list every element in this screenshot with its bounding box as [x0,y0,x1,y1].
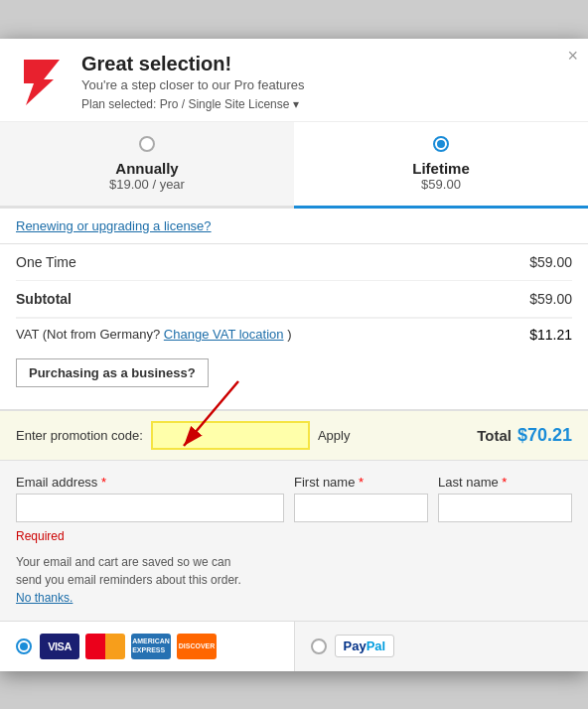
order-row-onetime: One Time $59.00 [16,244,572,281]
tab-annually[interactable]: Annually $19.00 / year [0,122,294,206]
visa-logo: VISA [40,634,79,659]
card-radio [16,638,32,654]
card-logos: VISA AMERICANEXPRESS DISCOVER [40,634,217,659]
plan-tabs: Annually $19.00 / year Lifetime $59.00 [0,122,588,209]
mastercard-logo [85,634,125,659]
email-required-marker: * [101,475,106,490]
promo-input[interactable] [151,421,310,450]
amex-logo: AMERICANEXPRESS [131,634,171,659]
annually-label: Annually [10,160,284,177]
paypal-radio [311,638,327,654]
tab-lifetime[interactable]: Lifetime $59.00 [294,122,588,209]
order-section: One Time $59.00 Subtotal $59.00 VAT (Not… [0,244,588,410]
plan-selector[interactable]: Plan selected: Pro / Single Site License… [81,97,299,111]
lastname-group: Last name * [438,475,572,522]
subtotal-label: Subtotal [16,291,72,307]
firstname-label: First name * [294,475,428,490]
email-label: Email address * [16,475,284,490]
promo-total-row: Enter promotion code: Apply Total $70.21 [16,421,572,450]
annually-radio [139,136,155,152]
lifetime-radio [433,136,449,152]
lastname-label: Last name * [438,475,572,490]
firstname-required-marker: * [359,475,364,490]
discover-logo: DISCOVER [177,634,217,659]
annually-price: $19.00 / year [10,177,284,192]
vat-amount: $11.21 [529,327,572,343]
firstname-input[interactable] [294,494,428,522]
total-amount: $70.21 [517,425,572,446]
change-vat-link[interactable]: Change VAT location [164,327,284,342]
subtotal-amount: $59.00 [529,291,572,307]
paypal-logo: PayPal [335,635,395,657]
promo-input-group: Enter promotion code: Apply [16,421,350,450]
form-section: Email address * Required First name * La… [0,461,588,621]
vat-row: VAT (Not from Germany? Change VAT locati… [16,318,572,351]
firstname-group: First name * [294,475,428,522]
promo-section: Enter promotion code: Apply Total $70.21 [0,410,588,461]
header-subtitle: You're a step closer to our Pro features [81,77,305,92]
promo-label: Enter promotion code: [16,428,143,443]
apply-button[interactable]: Apply [318,428,351,443]
close-button[interactable]: × [567,47,578,65]
lastname-input[interactable] [438,494,572,522]
lifetime-label: Lifetime [304,160,578,177]
payment-section: VISA AMERICANEXPRESS DISCOVER PayPal [0,621,588,671]
lastname-required-marker: * [502,475,507,490]
card-payment-option[interactable]: VISA AMERICANEXPRESS DISCOVER [0,622,294,671]
lifetime-price: $59.00 [304,177,578,192]
onetime-amount: $59.00 [529,254,572,270]
renew-link[interactable]: Renewing or upgrading a license? [16,218,212,233]
email-input[interactable] [16,494,284,522]
order-row-subtotal: Subtotal $59.00 [16,281,572,318]
checkout-modal: × Great selection! You're a step closer … [0,39,588,671]
modal-header: Great selection! You're a step closer to… [0,39,588,122]
vat-label: VAT (Not from Germany? Change VAT locati… [16,327,292,342]
header-text: Great selection! You're a step closer to… [81,53,305,111]
business-button[interactable]: Purchasing as a business? [16,358,209,387]
required-text: Required [16,529,284,543]
paypal-payment-option[interactable]: PayPal [294,622,589,671]
renew-section: Renewing or upgrading a license? [0,209,588,244]
onetime-label: One Time [16,254,76,270]
save-info: Your email and cart are saved so we can … [16,553,572,607]
total-display: Total $70.21 [477,425,572,446]
form-fields: Email address * Required First name * La… [16,475,572,543]
brand-logo [16,56,68,107]
no-thanks-link[interactable]: No thanks. [16,591,73,605]
header-title: Great selection! [81,53,305,75]
email-group: Email address * Required [16,475,284,543]
total-label: Total [477,427,512,444]
